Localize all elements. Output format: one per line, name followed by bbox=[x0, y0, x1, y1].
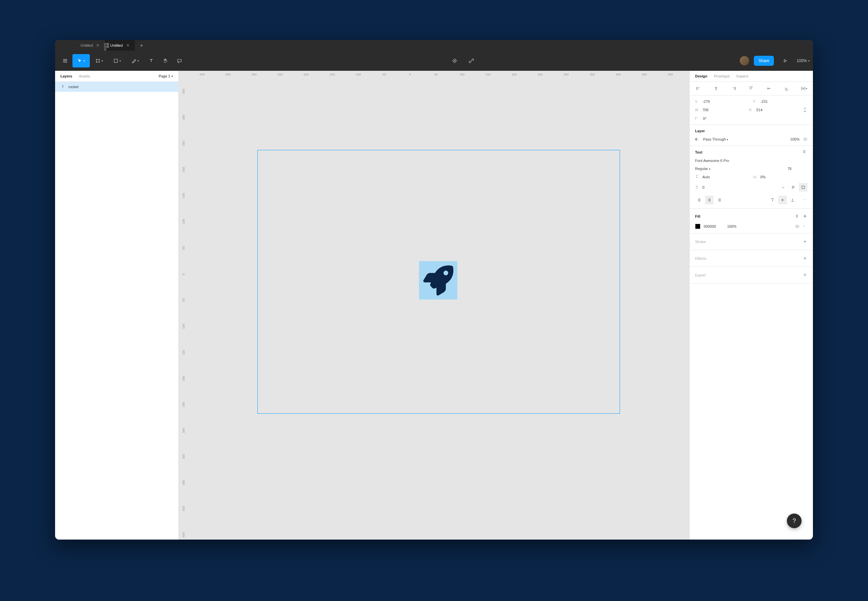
pen-tool[interactable]: ▾ bbox=[126, 54, 144, 67]
chevron-down-icon: ▾ bbox=[84, 59, 85, 63]
right-panel: Design Prototype Inspect ▾ X-278 Y-231 bbox=[689, 71, 813, 540]
resize-fixed-icon[interactable] bbox=[799, 183, 807, 192]
tab-untitled-1[interactable]: Untitled ✕ bbox=[75, 40, 105, 51]
fill-title: Fill bbox=[695, 214, 700, 218]
remove-fill-button[interactable]: − bbox=[803, 224, 807, 229]
zoom-value: 100% bbox=[796, 58, 807, 63]
text-more-icon[interactable]: ⋯ bbox=[803, 198, 807, 202]
text-valign-top-icon[interactable] bbox=[768, 196, 777, 204]
tabbar: Untitled ✕ Untitled ✕ ＋ bbox=[55, 40, 813, 51]
text-align-center-icon[interactable] bbox=[705, 196, 714, 204]
blend-mode-icon[interactable]: ◐ bbox=[695, 137, 700, 142]
add-export-button[interactable]: ＋ bbox=[802, 272, 807, 278]
h-value[interactable]: 514 bbox=[757, 108, 800, 112]
text-tool[interactable] bbox=[145, 54, 158, 67]
canvas[interactable]: -400-350-300-250-200-150-100-50050100150… bbox=[179, 71, 689, 540]
prototype-tab[interactable]: Prototype bbox=[714, 74, 730, 78]
svg-point-6 bbox=[805, 139, 806, 140]
x-label: X bbox=[695, 100, 700, 104]
paragraph-spacing-value[interactable]: 0 bbox=[702, 185, 775, 189]
align-left-icon[interactable] bbox=[695, 85, 702, 92]
text-valign-middle-icon[interactable] bbox=[778, 196, 787, 204]
resize-auto-width-icon[interactable]: ↔ bbox=[779, 183, 787, 192]
play-button[interactable] bbox=[778, 54, 792, 67]
w-label: W bbox=[695, 108, 700, 112]
comment-tool[interactable] bbox=[173, 54, 186, 67]
align-hcenter-icon[interactable] bbox=[713, 85, 719, 92]
link-icon[interactable] bbox=[468, 57, 475, 64]
layer-item[interactable]: T rocket bbox=[55, 82, 178, 92]
frame-tool[interactable]: ▾ bbox=[90, 54, 108, 67]
close-tab-icon[interactable]: ✕ bbox=[126, 43, 129, 48]
text-align-right-icon[interactable] bbox=[715, 196, 724, 204]
font-family-select[interactable]: Font Awesome 6 Pro bbox=[695, 159, 807, 163]
chevron-down-icon: ▾ bbox=[120, 59, 121, 63]
inspect-tab[interactable]: Inspect bbox=[737, 74, 748, 78]
text-valign-bottom-icon[interactable] bbox=[788, 196, 797, 204]
paragraph-spacing-icon bbox=[695, 185, 700, 190]
y-value[interactable]: -231 bbox=[760, 99, 808, 104]
page-label: Page 1 bbox=[158, 74, 170, 78]
align-bottom-icon[interactable] bbox=[783, 85, 790, 92]
assets-tab[interactable]: Assets bbox=[79, 74, 90, 78]
rotation-icon bbox=[695, 116, 700, 121]
chevron-down-icon: ▾ bbox=[172, 75, 173, 78]
add-tab-button[interactable]: ＋ bbox=[135, 40, 148, 51]
add-effect-button[interactable]: ＋ bbox=[802, 255, 807, 262]
design-tab[interactable]: Design bbox=[695, 74, 707, 78]
toolbar: ▾ ▾ ▾ ▾ Share 100%▾ bbox=[55, 51, 813, 71]
menu-button[interactable] bbox=[58, 54, 72, 67]
chevron-down-icon: ▾ bbox=[808, 59, 810, 63]
layers-tab[interactable]: Layers bbox=[61, 74, 72, 78]
blend-mode-select[interactable]: Pass Through ▾ bbox=[703, 137, 787, 141]
visibility-icon[interactable] bbox=[803, 137, 807, 142]
resize-auto-height-icon[interactable] bbox=[789, 183, 798, 192]
align-vcenter-icon[interactable] bbox=[766, 85, 772, 92]
svg-point-8 bbox=[797, 226, 798, 227]
distribute-icon[interactable]: ▾ bbox=[801, 85, 807, 92]
rotation-value[interactable]: 0° bbox=[703, 116, 807, 121]
shape-tool[interactable]: ▾ bbox=[108, 54, 126, 67]
svg-rect-5 bbox=[114, 59, 117, 63]
share-button[interactable]: Share bbox=[754, 56, 774, 66]
add-stroke-button[interactable]: ＋ bbox=[802, 238, 807, 245]
font-size-input[interactable]: 76 bbox=[787, 166, 807, 171]
fill-visibility-icon[interactable] bbox=[795, 224, 799, 229]
letter-spacing-icon: |A| bbox=[753, 175, 758, 178]
svg-point-3 bbox=[107, 46, 109, 48]
constrain-proportions-icon[interactable] bbox=[803, 108, 807, 112]
text-align-left-icon[interactable] bbox=[695, 196, 704, 204]
align-right-icon[interactable] bbox=[731, 85, 737, 92]
opacity-value[interactable]: 100% bbox=[790, 137, 799, 141]
svg-rect-4 bbox=[104, 48, 107, 51]
transform-section: X-278 Y-231 W706 H514 0° bbox=[690, 96, 813, 125]
letter-spacing-value[interactable]: 0% bbox=[760, 175, 808, 179]
line-height-value[interactable]: Auto bbox=[702, 175, 750, 179]
fill-styles-icon[interactable]: ⠿ bbox=[796, 214, 798, 218]
rocket-icon[interactable] bbox=[419, 261, 457, 299]
fill-section: Fill⠿＋ 000000 100% − bbox=[690, 209, 813, 233]
hand-tool[interactable] bbox=[158, 54, 172, 67]
zoom-dropdown[interactable]: 100%▾ bbox=[796, 58, 810, 63]
user-avatar[interactable] bbox=[740, 56, 749, 66]
w-value[interactable]: 706 bbox=[702, 108, 746, 112]
align-top-icon[interactable] bbox=[748, 85, 754, 92]
close-tab-icon[interactable]: ✕ bbox=[96, 43, 99, 48]
canvas-content[interactable] bbox=[179, 71, 689, 540]
layer-title: Layer bbox=[695, 129, 807, 133]
add-fill-button[interactable]: ＋ bbox=[802, 213, 807, 219]
figma-logo-icon[interactable] bbox=[104, 43, 109, 48]
help-button[interactable]: ? bbox=[787, 514, 802, 528]
tab-untitled-2[interactable]: Untitled ✕ bbox=[105, 40, 134, 51]
font-weight-select[interactable]: Regular ▾ bbox=[695, 166, 784, 171]
fill-color-swatch[interactable] bbox=[695, 224, 700, 229]
text-styles-icon[interactable]: ⠿ bbox=[803, 150, 807, 155]
fill-opacity-value[interactable]: 100% bbox=[727, 224, 737, 228]
page-selector[interactable]: Page 1▾ bbox=[158, 74, 173, 78]
text-section: Text⠿ Font Awesome 6 Pro Regular ▾ 76 Au… bbox=[690, 146, 813, 209]
svg-rect-1 bbox=[107, 43, 109, 46]
component-icon[interactable] bbox=[451, 57, 458, 64]
fill-hex-value[interactable]: 000000 bbox=[704, 224, 724, 228]
x-value[interactable]: -278 bbox=[702, 99, 750, 104]
move-tool[interactable]: ▾ bbox=[72, 54, 90, 67]
